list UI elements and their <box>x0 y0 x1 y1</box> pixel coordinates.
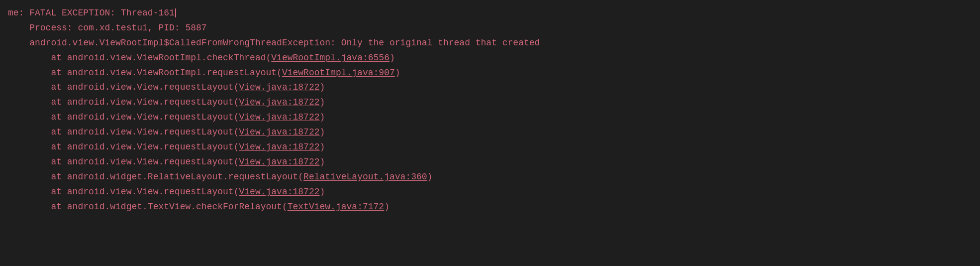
log-line: at android.view.View.requestLayout(View.… <box>0 155 980 170</box>
log-line: at android.view.ViewRootImpl.checkThread… <box>0 51 980 66</box>
log-line: android.view.ViewRootImpl$CalledFromWron… <box>0 36 980 51</box>
log-line: me: FATAL EXCEPTION: Thread-161 <box>0 6 980 21</box>
log-line: at android.widget.TextView.checkForRelay… <box>0 200 980 215</box>
log-line: at android.view.View.requestLayout(View.… <box>0 110 980 125</box>
log-line: at android.view.View.requestLayout(View.… <box>0 140 980 155</box>
log-line: at android.view.View.requestLayout(View.… <box>0 80 980 95</box>
log-line: at android.view.ViewRootImpl.requestLayo… <box>0 66 980 81</box>
log-line: at android.view.View.requestLayout(View.… <box>0 95 980 110</box>
log-line: Process: com.xd.testui, PID: 5887 <box>0 21 980 36</box>
log-line: at android.widget.RelativeLayout.request… <box>0 170 980 185</box>
log-line: at android.view.View.requestLayout(View.… <box>0 125 980 140</box>
text-cursor <box>175 8 176 17</box>
log-container: me: FATAL EXCEPTION: Thread-161 Process:… <box>0 4 980 216</box>
log-line: at android.view.View.requestLayout(View.… <box>0 185 980 200</box>
